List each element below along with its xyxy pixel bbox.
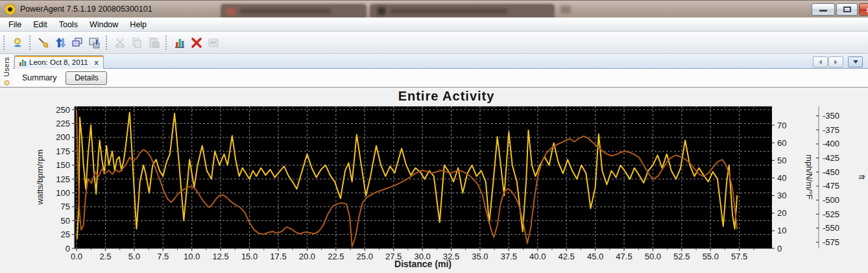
menu-window[interactable]: Window: [84, 19, 124, 30]
svg-text:40.0: 40.0: [529, 252, 546, 261]
svg-text:-375: -375: [823, 125, 839, 135]
svg-text:52.5: 52.5: [673, 252, 690, 261]
svg-text:47.5: 47.5: [616, 252, 632, 261]
svg-text:70: 70: [777, 121, 786, 130]
svg-text:7.5: 7.5: [157, 252, 169, 261]
tab-close-icon[interactable]: x: [95, 58, 99, 66]
svg-text:-525: -525: [823, 209, 839, 219]
svg-text:Distance (mi): Distance (mi): [394, 259, 452, 269]
toolbar-grip: [3, 36, 5, 50]
svg-text:100: 100: [56, 188, 70, 198]
bar-chart-icon[interactable]: [172, 35, 187, 51]
menu-file[interactable]: File: [3, 19, 27, 30]
svg-text:-550: -550: [823, 223, 839, 233]
export-save-icon[interactable]: [86, 35, 102, 51]
svg-text:20.0: 20.0: [299, 252, 315, 261]
svg-text:150: 150: [56, 160, 70, 170]
details-button[interactable]: Details: [66, 71, 107, 85]
svg-text:-475: -475: [823, 181, 839, 191]
panel-icon: [206, 35, 221, 51]
tab-label: Leon: Oct 8, 2011: [29, 58, 88, 66]
find-user-icon[interactable]: [10, 35, 25, 51]
background-newtab-button: [561, 6, 571, 14]
tab-strip: Leon: Oct 8, 2011 x: [13, 54, 868, 69]
title-bar: PowerAgent 7.5.1.19 200805300101 ×: [0, 0, 868, 18]
maximize-icon: [843, 6, 851, 12]
svg-text:ft: ft: [857, 174, 867, 180]
background-tab-favicon: [227, 8, 235, 15]
svg-text:-500: -500: [823, 195, 839, 205]
tab-scroll-left-button[interactable]: [813, 56, 828, 67]
maximize-button[interactable]: [836, 3, 858, 16]
svg-text:-400: -400: [823, 139, 839, 148]
chevron-right-icon: [834, 60, 838, 65]
svg-text:10: 10: [777, 226, 786, 235]
cut-icon: [112, 35, 128, 51]
svg-text:57.5: 57.5: [731, 252, 747, 261]
cascade-windows-icon[interactable]: [69, 35, 85, 51]
svg-text:22.5: 22.5: [328, 252, 344, 261]
svg-text:75: 75: [61, 202, 70, 211]
svg-text:42.5: 42.5: [559, 252, 575, 261]
minimize-icon: [819, 10, 827, 12]
svg-text:25.0: 25.0: [357, 252, 373, 261]
svg-text:-575: -575: [823, 237, 839, 247]
svg-text:50: 50: [777, 156, 786, 165]
svg-text:35.0: 35.0: [472, 252, 488, 261]
paste-icon: [146, 35, 162, 51]
svg-text:50.0: 50.0: [645, 252, 661, 261]
svg-text:watts/bpm/rpm: watts/bpm/rpm: [35, 149, 45, 205]
menu-edit[interactable]: Edit: [27, 19, 53, 30]
svg-text:5.0: 5.0: [128, 252, 140, 261]
svg-text:25: 25: [61, 230, 70, 239]
svg-text:60: 60: [777, 138, 786, 148]
sync-arrows-icon[interactable]: [53, 35, 68, 51]
background-tab-text: [391, 9, 507, 14]
svg-text:250: 250: [56, 105, 70, 115]
delete-icon[interactable]: [189, 35, 204, 51]
svg-text:-350: -350: [823, 111, 839, 121]
svg-text:-450: -450: [823, 167, 839, 177]
tab-chart-icon: [19, 59, 27, 66]
toolbar-grip: [106, 36, 108, 50]
svg-text:55.0: 55.0: [703, 252, 719, 261]
svg-text:175: 175: [56, 147, 70, 156]
clean-broom-icon[interactable]: [36, 35, 51, 51]
svg-text:0: 0: [777, 244, 782, 254]
svg-text:12.5: 12.5: [212, 252, 228, 261]
sidebar-item-users[interactable]: Users: [3, 57, 10, 77]
chevron-left-icon: [819, 60, 822, 65]
close-button[interactable]: ×: [859, 3, 868, 16]
svg-text:37.5: 37.5: [501, 252, 517, 261]
svg-text:125: 125: [56, 174, 70, 184]
svg-text:-425: -425: [823, 153, 839, 163]
svg-text:Entire Activity: Entire Activity: [398, 89, 495, 103]
svg-text:mph/N/m/°F: mph/N/m/°F: [804, 154, 814, 200]
svg-text:45.0: 45.0: [587, 252, 603, 261]
svg-text:0: 0: [66, 244, 70, 254]
menu-help[interactable]: Help: [124, 19, 152, 30]
svg-text:17.5: 17.5: [270, 252, 286, 261]
background-tab-favicon: [378, 7, 385, 15]
menu-tools[interactable]: Tools: [53, 19, 84, 30]
svg-text:50: 50: [61, 216, 70, 226]
background-tab-text: [240, 9, 331, 14]
svg-text:0.0: 0.0: [71, 252, 82, 261]
activity-chart-canvas[interactable]: 02550751001251501752002252500.02.55.07.5…: [0, 88, 868, 273]
copy-icon: [129, 35, 145, 51]
svg-text:30: 30: [777, 191, 786, 200]
toolbar: [0, 32, 868, 54]
svg-text:15.0: 15.0: [241, 252, 258, 261]
tab-leon-oct-8-2011[interactable]: Leon: Oct 8, 2011 x: [14, 55, 104, 69]
tab-scroll-right-button[interactable]: [828, 56, 843, 67]
toolbar-grip: [165, 36, 167, 50]
svg-text:2.5: 2.5: [99, 252, 111, 261]
app-icon: [5, 4, 16, 15]
summary-toggle[interactable]: Summary: [22, 73, 56, 82]
menu-bar: File Edit Tools Window Help: [0, 18, 868, 32]
tab-list-dropdown-button[interactable]: [848, 56, 863, 67]
minimize-button[interactable]: [812, 3, 835, 16]
svg-text:200: 200: [56, 132, 70, 142]
svg-text:20: 20: [777, 208, 786, 218]
toolbar-grip: [29, 36, 31, 50]
